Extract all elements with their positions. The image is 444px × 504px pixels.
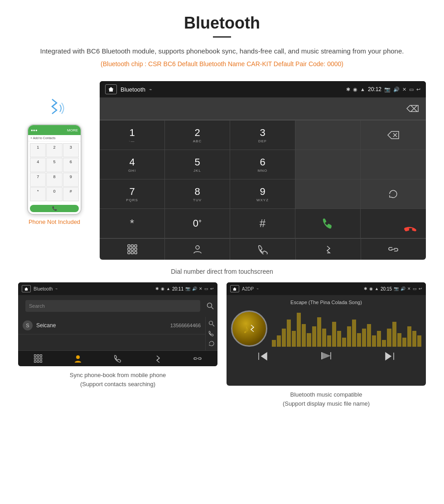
svg-rect-27 xyxy=(34,361,36,363)
phonebook-screen: Bluetooth ⌁ ✱ ◉ ▲ 20:11 📷 🔊 ✕ ▭ ↩ xyxy=(18,282,217,366)
song-name: Escape (The Pina Colada Song) xyxy=(290,300,362,305)
svg-line-35 xyxy=(251,327,254,330)
svg-marker-33 xyxy=(233,287,236,291)
keypad-action[interactable] xyxy=(100,239,165,260)
pb-caption: Sync phone-book from mobile phone (Suppo… xyxy=(70,371,166,388)
key-8[interactable]: 8 TUV xyxy=(165,179,230,209)
key-4[interactable]: 4 GHI xyxy=(100,150,165,179)
viz-bar xyxy=(397,333,401,347)
pb-vol: 🔊 xyxy=(192,286,197,291)
key-3[interactable]: 3 DEF xyxy=(230,121,295,150)
refresh-cell[interactable] xyxy=(361,179,426,209)
usb-icon: ⌁ xyxy=(149,87,152,92)
play-pause-button[interactable] xyxy=(321,351,332,363)
music-caption: Bluetooth music compatible (Support disp… xyxy=(283,390,370,408)
viz-bar xyxy=(297,313,301,347)
key-6[interactable]: 6 MNO xyxy=(230,150,295,179)
prev-button[interactable] xyxy=(258,352,268,363)
svg-rect-9 xyxy=(135,248,137,251)
key-2[interactable]: 2 ABC xyxy=(165,121,230,150)
key-hash[interactable]: # xyxy=(230,209,295,238)
svg-rect-12 xyxy=(135,252,137,254)
pb-bt-btn[interactable] xyxy=(138,354,178,363)
pb-close[interactable]: ✕ xyxy=(199,286,203,291)
back-icon[interactable]: ↩ xyxy=(416,87,420,92)
pb-back[interactable]: ↩ xyxy=(210,286,214,291)
viz-bar xyxy=(302,324,306,347)
key-5[interactable]: 5 JKL xyxy=(165,150,230,179)
phone-action[interactable] xyxy=(230,239,295,260)
pb-phone-btn[interactable] xyxy=(98,354,138,363)
svg-rect-22 xyxy=(37,355,39,357)
svg-line-14 xyxy=(327,248,330,251)
bluetooth-signal-icon xyxy=(41,95,68,122)
pb-grid-btn[interactable] xyxy=(18,354,58,363)
pb-bt-icon: ✱ xyxy=(155,286,159,291)
pb-loc-icon: ◉ xyxy=(161,286,164,291)
camera-icon: 📷 xyxy=(384,87,391,92)
svg-marker-40 xyxy=(322,352,331,359)
key-9[interactable]: 9 WXYZ xyxy=(230,179,295,209)
music-home-btn[interactable] xyxy=(230,285,239,292)
svg-rect-23 xyxy=(40,355,42,357)
viz-bar xyxy=(307,333,311,347)
viz-bar xyxy=(287,320,291,347)
viz-bar xyxy=(282,329,286,347)
svg-rect-29 xyxy=(40,361,42,363)
music-vol: 🔊 xyxy=(401,286,405,291)
music-loc-icon: ◉ xyxy=(369,286,373,291)
bottom-screenshots: Bluetooth ⌁ ✱ ◉ ▲ 20:11 📷 🔊 ✕ ▭ ↩ xyxy=(0,282,444,417)
dial-caption: Dial number direct from touchscreen xyxy=(0,264,444,282)
search-icon[interactable] xyxy=(207,302,214,310)
dial-statusbar: Bluetooth ⌁ ✱ ◉ ▲ 20:12 📷 🔊 ✕ ▭ ↩ xyxy=(100,81,426,97)
next-button[interactable] xyxy=(385,352,395,363)
viz-bar xyxy=(317,317,321,347)
music-visualizer xyxy=(272,310,421,347)
music-close[interactable]: ✕ xyxy=(407,286,411,291)
close-icon[interactable]: ✕ xyxy=(402,87,406,92)
viz-bar xyxy=(352,320,356,347)
phone-illustration: ●●● MORE + Add to Contacts 1 2 3 4 5 6 7… xyxy=(18,81,91,225)
dial-section: ●●● MORE + Add to Contacts 1 2 3 4 5 6 7… xyxy=(0,72,444,264)
music-main-area: ♪ xyxy=(231,310,421,347)
key-0[interactable]: 0+ xyxy=(165,209,230,238)
music-back[interactable]: ↩ xyxy=(419,286,422,291)
svg-marker-37 xyxy=(261,353,267,360)
phone-keypad: 1 2 3 4 5 6 7 8 9 * 0 # xyxy=(28,141,81,203)
backspace-button[interactable]: ⌫ xyxy=(406,103,419,114)
home-button[interactable] xyxy=(105,84,117,94)
backspace-cell[interactable] xyxy=(361,121,426,150)
music-app-name: A2DP xyxy=(242,286,254,291)
pb-home-button[interactable] xyxy=(22,285,31,292)
svg-point-13 xyxy=(196,246,199,249)
viz-bar xyxy=(357,333,361,347)
pb-search-side-icon[interactable] xyxy=(208,320,215,327)
contacts-action[interactable] xyxy=(165,239,230,260)
page-title: Bluetooth xyxy=(27,14,417,33)
svg-rect-8 xyxy=(131,248,133,251)
pb-search-input[interactable]: Search xyxy=(25,300,200,312)
key-star[interactable]: * xyxy=(100,209,165,238)
svg-marker-1 xyxy=(108,87,114,92)
car-dial-screen: Bluetooth ⌁ ✱ ◉ ▲ 20:12 📷 🔊 ✕ ▭ ↩ ⌫ 1 xyxy=(100,81,426,260)
pb-contacts-btn[interactable] xyxy=(58,354,98,363)
svg-line-20 xyxy=(212,325,214,326)
bluetooth-action[interactable] xyxy=(296,239,361,260)
link-action[interactable] xyxy=(361,239,426,260)
pb-refresh-side-icon[interactable] xyxy=(208,340,215,347)
window-icon: ▭ xyxy=(409,87,414,92)
hangup-button[interactable] xyxy=(361,209,426,238)
svg-line-18 xyxy=(212,307,214,310)
pb-bottom-bar xyxy=(18,350,217,366)
call-button[interactable] xyxy=(295,209,361,238)
pb-win: ▭ xyxy=(204,286,208,291)
pb-link-btn[interactable] xyxy=(178,354,217,363)
pb-call-side-icon[interactable] xyxy=(208,330,215,337)
key-7[interactable]: 7 PQRS xyxy=(100,179,165,209)
svg-rect-28 xyxy=(37,361,39,363)
svg-rect-6 xyxy=(135,245,137,247)
pb-app-name: Bluetooth xyxy=(34,286,53,291)
viz-bar xyxy=(372,335,376,347)
phonebook-section: Bluetooth ⌁ ✱ ◉ ▲ 20:11 📷 🔊 ✕ ▭ ↩ xyxy=(18,282,217,408)
key-1[interactable]: 1 ·— xyxy=(100,121,165,150)
